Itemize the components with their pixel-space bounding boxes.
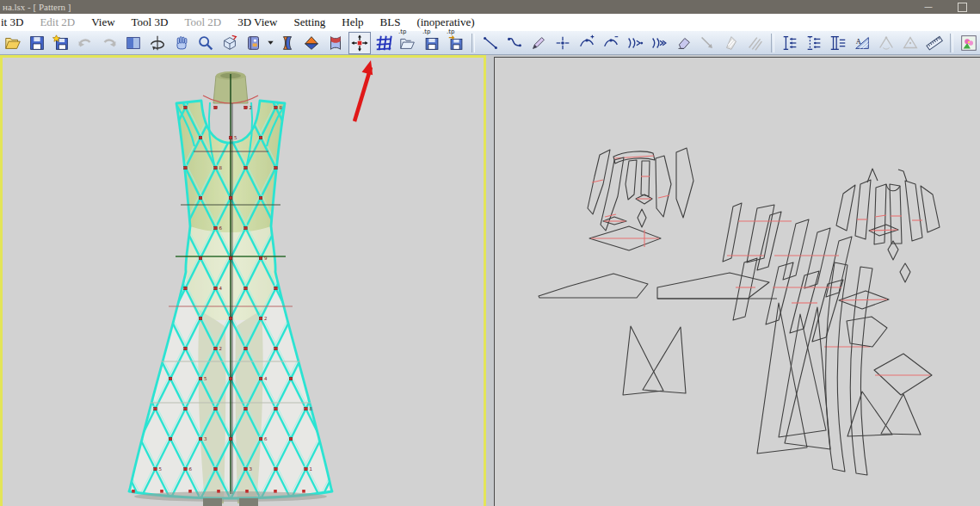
magnifier-icon <box>196 34 215 52</box>
redo-button[interactable] <box>98 32 120 54</box>
menu-item--inoperative-[interactable]: (inoperative) <box>416 15 475 29</box>
svg-text:5: 5 <box>159 466 163 472</box>
split-view-button[interactable] <box>122 32 145 54</box>
redo-icon <box>100 34 119 52</box>
svg-text:6: 6 <box>189 466 193 472</box>
measure-length-button[interactable] <box>779 32 801 54</box>
zoom-view-button[interactable] <box>194 32 217 54</box>
svg-text:A: A <box>856 37 861 45</box>
undo-button[interactable] <box>74 32 96 54</box>
menu-item-tool-3d[interactable]: Tool 3D <box>131 15 169 29</box>
3d-dress-canvas[interactable]: 563532644162889528 <box>3 58 484 506</box>
svg-text:6: 6 <box>219 225 223 231</box>
svg-text:9: 9 <box>264 256 268 261</box>
shade-piece-button[interactable] <box>720 32 743 54</box>
2d-pattern-view-panel[interactable] <box>494 57 980 506</box>
curve-add-point-icon <box>577 34 596 52</box>
toolbar-separator <box>472 34 475 52</box>
toolbar-separator <box>950 34 953 52</box>
measure-length-3-button[interactable] <box>827 32 849 54</box>
panel-piece-button[interactable] <box>276 32 299 54</box>
divide-arrows2-icon <box>650 34 669 52</box>
open-file-button[interactable] <box>2 32 24 54</box>
measure-length-2-button[interactable] <box>803 32 825 54</box>
move-points-button[interactable] <box>348 32 371 54</box>
eraser-button[interactable] <box>672 32 694 54</box>
ruler-button[interactable] <box>923 32 946 54</box>
2d-pattern-canvas[interactable] <box>495 58 980 506</box>
menu-item-3d-view[interactable]: 3D View <box>237 15 278 29</box>
menu-item-edit-2d[interactable]: Edit 2D <box>39 15 76 29</box>
measure3-icon <box>829 34 847 52</box>
open-tp-file-button[interactable]: .tp <box>397 32 419 54</box>
notebook-icon <box>244 34 263 52</box>
rotate-view-button[interactable] <box>146 32 169 54</box>
svg-text:4: 4 <box>219 286 223 291</box>
hem-shadow <box>134 491 327 506</box>
notebook-dropdown-arrow-icon[interactable] <box>266 33 275 53</box>
save-tp-file-as-button[interactable]: .tp <box>445 32 467 54</box>
save-file-button[interactable] <box>26 32 48 54</box>
grid-icon <box>374 34 393 52</box>
pattern-right-kites-triangles <box>839 291 932 436</box>
svg-text:2: 2 <box>250 105 253 110</box>
draw-line-button[interactable] <box>479 32 502 54</box>
ruler-icon <box>925 34 944 52</box>
draw-curve-button[interactable] <box>503 32 526 54</box>
menu-item-bls[interactable]: BLS <box>379 15 402 29</box>
menu-item-tool-2d[interactable]: Tool 2D <box>183 15 222 29</box>
measure-area-button[interactable]: A <box>851 32 873 54</box>
angle-icon <box>877 34 896 52</box>
pan-view-button[interactable] <box>170 32 193 54</box>
tp-open-folder-icon <box>398 34 417 52</box>
hatch-icon <box>746 34 765 52</box>
box-3d-icon <box>220 34 239 52</box>
texture-image-button[interactable] <box>958 32 980 54</box>
draw-freehand-button[interactable] <box>527 32 550 54</box>
curve-del-point-button[interactable] <box>600 32 622 54</box>
menu-item-help[interactable]: Help <box>341 15 364 29</box>
eraser-icon <box>674 34 693 52</box>
minimize-icon: — <box>924 2 933 11</box>
save-new-button[interactable] <box>50 32 72 54</box>
application-window: на.lsx - [ Pattern ] — it 3DEdit 2DViewT… <box>0 0 980 506</box>
divide-segment-button[interactable] <box>624 32 646 54</box>
line-arrow-button[interactable] <box>696 32 718 54</box>
wedge-piece-button[interactable] <box>300 32 323 54</box>
minimize-button[interactable]: — <box>915 0 941 14</box>
maximize-icon <box>958 3 967 12</box>
grid-button[interactable] <box>373 32 395 54</box>
menu-item-view[interactable]: View <box>90 15 115 29</box>
tp-badge-label: .tp <box>422 29 430 35</box>
box-3d-button[interactable] <box>219 32 241 54</box>
pan-hand-icon <box>172 34 191 52</box>
area-icon: A <box>853 34 872 52</box>
menu-item-it-3d[interactable]: it 3D <box>0 15 24 29</box>
pencil-icon <box>529 34 548 52</box>
measure-angle-2-button[interactable] <box>899 32 921 54</box>
svg-text:8: 8 <box>219 165 223 170</box>
hatch-piece-button[interactable] <box>744 32 767 54</box>
measure-angle-button[interactable] <box>875 32 897 54</box>
svg-text:3: 3 <box>250 466 253 472</box>
svg-text:1: 1 <box>310 466 313 472</box>
flag-piece-button[interactable] <box>324 32 347 54</box>
curve-add-point-button[interactable] <box>576 32 598 54</box>
title-bar: на.lsx - [ Pattern ] — <box>0 0 980 14</box>
divide-segment-2-button[interactable] <box>648 32 670 54</box>
split-view-icon <box>124 34 143 52</box>
menu-bar: it 3DEdit 2DViewTool 3DTool 2D3D ViewSet… <box>0 14 980 31</box>
3d-garment-view-panel[interactable]: 563532644162889528 <box>0 55 486 506</box>
save-icon <box>28 34 46 52</box>
notebook-button[interactable] <box>243 32 265 54</box>
svg-text:5: 5 <box>204 376 207 381</box>
window-title: на.lsx - [ Pattern ] <box>3 2 71 12</box>
toolbar-separator <box>771 34 774 52</box>
curve-del-point-icon <box>601 34 620 52</box>
panel-piece-icon <box>278 34 297 52</box>
add-point-button[interactable] <box>552 32 574 54</box>
svg-text:2: 2 <box>264 316 268 321</box>
save-tp-file-button[interactable]: .tp <box>421 32 443 54</box>
menu-item-setting[interactable]: Setting <box>293 15 326 29</box>
maximize-button[interactable] <box>949 0 975 14</box>
